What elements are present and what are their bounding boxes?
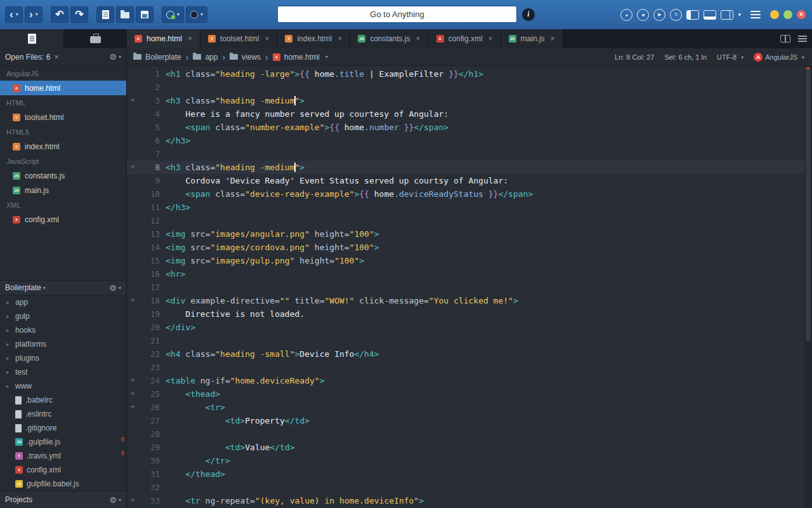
open-file-constants.js[interactable]: JSconstants.js [0,168,126,183]
editor-line[interactable]: 23 [127,361,812,374]
editor-line[interactable]: 15<img src="images/gulp.png" height="100… [127,254,812,267]
tree-file-.gulpfile.js[interactable]: JS.gulpfile.js [0,435,126,449]
editor-line[interactable]: 11</h3> [127,201,812,214]
editor-line[interactable]: 16<hr> [127,267,812,281]
fold-arrow-icon[interactable] [127,406,138,409]
editor-line[interactable]: 29 <td>Value</td> [127,441,812,454]
editor-line[interactable]: 17 [127,281,812,294]
fold-arrow-icon[interactable] [127,299,138,302]
tree-file-.gitignore[interactable]: .gitignore [0,421,126,435]
editor-scrollbar[interactable] [804,66,812,508]
tree-folder-platforms[interactable]: ▸platforms [0,337,126,351]
tree-file-gulpfile.babel.js[interactable]: JSgulpfile.babel.js [0,477,126,491]
editor-line[interactable]: 31 </thead> [127,467,812,481]
toggle-right-panel-button[interactable] [721,10,733,20]
go-to-anything-input[interactable] [277,6,517,23]
macro-loop-button[interactable]: ↻ [670,9,682,21]
tab-list-icon[interactable] [798,38,807,39]
editor-line[interactable]: 33 <tr ng-repeat="(key, value) in home.d… [127,494,812,507]
tab-toolset.html[interactable]: 5toolset.html× [200,29,277,48]
macro-play-button[interactable]: ▶ [653,9,665,21]
editor-line[interactable]: 10 <span class="device-ready-example">{{… [127,187,812,201]
editor-line[interactable]: 4 Here is a fancy number served up court… [127,107,812,121]
fold-arrow-icon[interactable] [127,379,138,382]
fold-arrow-icon[interactable] [127,499,138,502]
redo-button[interactable]: ↷ [70,6,88,23]
encoding-selector[interactable]: UTF-8 ▾ [717,53,743,61]
breadcrumb-item[interactable]: Boilerplate [133,53,181,62]
tree-folder-gulp[interactable]: ▸gulp [0,309,126,323]
code-editor[interactable]: 1<h1 class="heading -large">{{ home.titl… [127,66,812,508]
toggle-left-panel-button[interactable] [686,10,699,20]
tree-file-.babelrc[interactable]: .babelrc [0,393,126,407]
editor-line[interactable]: 3<h3 class="heading -medium"> [127,94,812,107]
publish-button[interactable]: ▾ [186,6,207,23]
forward-button[interactable]: › ▾ [25,6,43,23]
open-file-config.xml[interactable]: Xconfig.xml [0,212,126,227]
places-header[interactable]: Boilerplate ▾ ⚙ ▾ [0,280,126,295]
info-icon[interactable]: i [522,8,535,21]
tree-folder-app[interactable]: ▸app [0,295,126,309]
chevron-down-icon[interactable]: ▾ [738,11,741,18]
editor-line[interactable]: 25 <thead> [127,387,812,401]
editor-line[interactable]: 2 [127,81,812,94]
editor-line[interactable]: 30 </tr> [127,454,812,467]
language-selector[interactable]: A AngularJS ▾ [754,53,804,62]
close-window-button[interactable]: × [797,10,806,19]
tab-constants.js[interactable]: JSconstants.js× [350,29,428,48]
back-button[interactable]: ‹ ▾ [5,6,23,23]
tab-index.html[interactable]: 5index.html× [277,29,350,48]
editor-line[interactable]: 19 Directive is not loaded. [127,307,812,321]
editor-line[interactable]: 8<h3 class="heading -medium"> [127,161,812,174]
open-file-main.js[interactable]: JSmain.js [0,183,126,197]
maximize-button[interactable] [783,10,792,19]
preview-button[interactable]: ▾ [162,6,184,23]
editor-line[interactable]: 7 [127,147,812,161]
editor-line[interactable]: 28 [127,427,812,441]
fold-arrow-icon[interactable] [127,166,138,169]
breadcrumb-item[interactable]: views [230,53,261,62]
macro-record-button[interactable]: ● [620,9,632,21]
editor-line[interactable]: 13<img src="images/angular.png" height="… [127,227,812,241]
toolbox-panel-tab[interactable] [63,29,127,48]
tree-file-.eslintrc[interactable]: .eslintrc [0,407,126,421]
close-icon[interactable]: × [416,34,421,43]
editor-line[interactable]: 27 <td>Property</td> [127,414,812,427]
tab-main.js[interactable]: JSmain.js× [501,29,563,48]
scrollbar-thumb[interactable] [806,69,811,342]
projects-header[interactable]: Projects ⚙ ▾ [0,491,126,508]
editor-line[interactable]: 21 [127,334,812,347]
save-button[interactable] [136,6,154,23]
editor-line[interactable]: 24<table ng-if="home.deviceReady"> [127,374,812,387]
files-panel-tab[interactable] [0,29,63,48]
tree-folder-hooks[interactable]: ▸hooks [0,323,126,337]
close-icon[interactable]: × [551,34,555,43]
open-file-button[interactable] [116,6,134,23]
editor-line[interactable]: 18<div example-directive="" title="WOW!"… [127,294,812,307]
editor-line[interactable]: 6</h3> [127,134,812,147]
close-icon[interactable]: × [54,53,58,62]
tree-folder-test[interactable]: ▸test [0,365,126,379]
editor-line[interactable]: 5 <span class="number-example">{{ home.n… [127,121,812,134]
tab-home.html[interactable]: Ahome.html× [127,29,200,48]
close-icon[interactable]: × [265,34,269,43]
editor-line[interactable]: 26 <tr> [127,401,812,414]
open-file-home.html[interactable]: Ahome.html [0,81,126,95]
tab-config.xml[interactable]: Xconfig.xml× [429,29,501,48]
editor-line[interactable]: 12 [127,214,812,227]
fold-arrow-icon[interactable] [127,392,138,396]
main-menu-button[interactable] [750,14,761,16]
editor-line[interactable]: 14<img src="images/cordova.png" height="… [127,241,812,254]
tree-file-.travis.yml[interactable]: Y.travis.yml [0,449,126,463]
open-file-toolset.html[interactable]: 5toolset.html [0,110,126,124]
tree-folder-www[interactable]: ▸www [0,379,126,393]
undo-button[interactable]: ↶ [51,6,69,23]
tree-file-config.xml[interactable]: Xconfig.xml [0,463,126,477]
new-file-button[interactable] [96,6,114,23]
macro-stop-button[interactable]: ■ [637,9,649,21]
editor-line[interactable]: 32 [127,481,812,494]
fold-arrow-icon[interactable] [127,99,138,102]
breadcrumb-item[interactable]: app [193,53,218,62]
close-icon[interactable]: × [488,34,493,43]
tree-folder-plugins[interactable]: ▸plugins [0,351,126,365]
